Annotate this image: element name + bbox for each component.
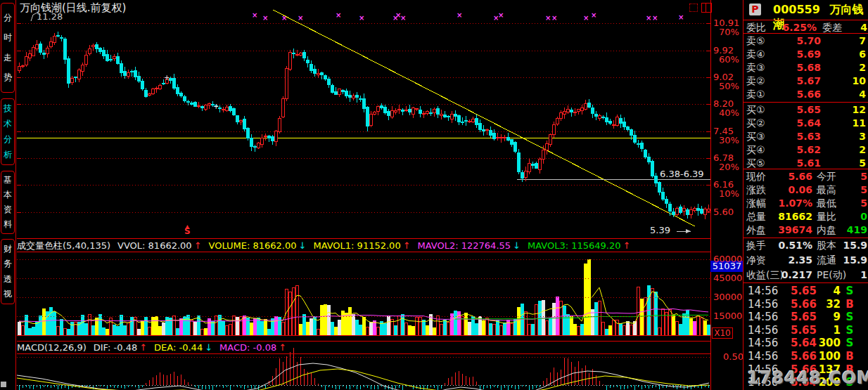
pct-axis-label: 40% xyxy=(719,108,739,117)
stat-value2: 5 xyxy=(842,197,867,209)
stat-value: 2.35 xyxy=(772,254,812,266)
stat-label: 现价 xyxy=(746,171,766,183)
indicator-value: DEA: -0.44 xyxy=(154,342,203,353)
pct-axis-label: 60% xyxy=(719,55,739,64)
tick-volume: 300 xyxy=(818,337,841,349)
up-arrow-icon: ↑ xyxy=(194,240,202,251)
stat-label2: 今开 xyxy=(817,171,836,183)
quote-panel: P 000559 万向钱潮 委比6.25%委差4卖⑤5.707卖④5.696卖③… xyxy=(743,0,868,390)
indicator-value: DIF: -0.48 xyxy=(94,342,137,353)
panel-divider xyxy=(743,102,868,103)
bid-label: 买④ xyxy=(746,144,765,157)
ex-dividend-marker: × xyxy=(545,14,551,22)
bid-label: 买① xyxy=(746,104,765,117)
signal-marker: ▴S xyxy=(184,224,191,234)
up-arrow-icon: ↑ xyxy=(403,240,411,251)
panel-divider xyxy=(743,282,868,283)
ask-volume: 7 xyxy=(828,35,866,46)
bid-volume: 11 xyxy=(828,117,866,129)
tick-time: 14:56 xyxy=(748,337,778,349)
stat-value: 81662 xyxy=(772,211,812,222)
stat-label: 净资 xyxy=(746,254,766,267)
ex-dividend-marker: × xyxy=(591,11,596,19)
ex-dividend-marker: × xyxy=(551,14,557,22)
weibi-value: 6.25% xyxy=(780,22,817,33)
tick-price: 5.66 xyxy=(784,298,817,311)
stat-label2: 流通 xyxy=(817,254,836,267)
ask-price: 5.68 xyxy=(784,62,821,73)
pct-axis-label: 50% xyxy=(719,82,739,91)
volume-axis-label: 60000 xyxy=(713,254,742,264)
tick-side: S xyxy=(845,337,855,349)
weichai-value: 4 xyxy=(849,22,867,33)
tick-volume: 1 xyxy=(818,324,841,337)
stat-value2: 15.9 xyxy=(842,254,867,266)
ex-dividend-marker: × xyxy=(298,14,303,22)
stat-value2: 5 xyxy=(842,184,867,195)
panes-icon[interactable] xyxy=(701,3,712,13)
stat-value2: 15.9 xyxy=(842,240,867,251)
ask-price: 5.67 xyxy=(784,75,821,86)
volume-axis-label: 15000 xyxy=(713,311,742,320)
bid-volume: 12 xyxy=(828,104,866,115)
tick-price: 5.65 xyxy=(784,285,817,297)
ask-volume: 6 xyxy=(828,48,866,60)
stat-value2: 5 xyxy=(842,171,867,182)
panel-divider xyxy=(743,169,868,169)
stat-value: 0.51% xyxy=(772,240,812,251)
stat-label2: 量比 xyxy=(817,211,836,223)
stat-label2: 最低 xyxy=(817,197,836,210)
stat-label: 换手 xyxy=(746,240,766,252)
tick-price: 5.66 xyxy=(784,350,817,363)
panel-divider xyxy=(743,238,868,238)
trading-app-window: 分时走势技术分析基本资料财务透视 万向钱潮(日线.前复权) 11.28 6.38… xyxy=(0,0,868,390)
bid-price: 5.65 xyxy=(784,104,821,115)
stock-logo-icon: P xyxy=(749,4,761,15)
tick-time: 14:56 xyxy=(748,350,778,363)
low-price-annotation: 5.39 xyxy=(650,226,670,235)
ask-label: 卖⑤ xyxy=(746,35,765,48)
stat-label: 总量 xyxy=(746,211,766,223)
ask-volume: 2 xyxy=(828,62,866,73)
ask-volume: 4 xyxy=(828,89,866,100)
stat-label2: 最高 xyxy=(817,184,836,197)
stat-value: 5.66 xyxy=(772,171,812,182)
indicator-value: MAVOL2: 122764.55 xyxy=(418,240,511,251)
pct-axis-label: 30% xyxy=(719,136,739,145)
pct-axis-label: 10% xyxy=(719,189,739,198)
up-arrow-icon: ↑ xyxy=(139,342,147,353)
tick-volume: 9 xyxy=(818,311,841,323)
tick-price: 5.65 xyxy=(784,324,817,337)
tick-volume: 100 xyxy=(818,350,841,363)
panel-divider xyxy=(743,20,868,20)
settings-icon[interactable] xyxy=(689,4,698,12)
ask-price: 5.70 xyxy=(784,35,821,46)
doji-marker: + xyxy=(164,74,170,82)
ex-dividend-marker: × xyxy=(646,14,651,22)
bid-price: 5.64 xyxy=(784,117,821,129)
tick-side: B xyxy=(845,350,855,363)
ex-dividend-marker: × xyxy=(262,14,268,22)
watermark: 178448.COM xyxy=(747,368,868,388)
ask-price: 5.69 xyxy=(784,48,821,60)
tick-volume: 4 xyxy=(818,285,841,297)
tick-side: S xyxy=(845,285,855,297)
stat-value: 0.06 xyxy=(772,184,812,195)
indicator-value: MACD: -0.08 xyxy=(219,342,276,353)
ask-volume: 10 xyxy=(828,75,866,86)
ex-dividend-marker: × xyxy=(652,14,658,22)
stat-value: 39674 xyxy=(772,224,812,235)
tick-side: S xyxy=(845,311,855,323)
macd-indicator-header: MACD(12,26,9)DIF: -0.48↑DEA: -0.44↓MACD:… xyxy=(17,342,710,354)
pct-axis-label: 20% xyxy=(719,162,739,171)
indicator-value: 成交量色柱(5,40,135) xyxy=(17,240,110,251)
pct-axis-label: 70% xyxy=(719,27,739,37)
down-arrow-icon: ↓ xyxy=(513,240,521,251)
tick-time: 14:56 xyxy=(748,311,778,323)
up-arrow-icon: ↑ xyxy=(279,342,286,353)
volume-unit-label: X10 xyxy=(712,327,733,339)
bid-volume: 5 xyxy=(828,157,866,169)
ex-dividend-marker: × xyxy=(583,14,589,22)
tick-side: S xyxy=(845,324,855,337)
ask-label: 卖④ xyxy=(746,48,765,61)
